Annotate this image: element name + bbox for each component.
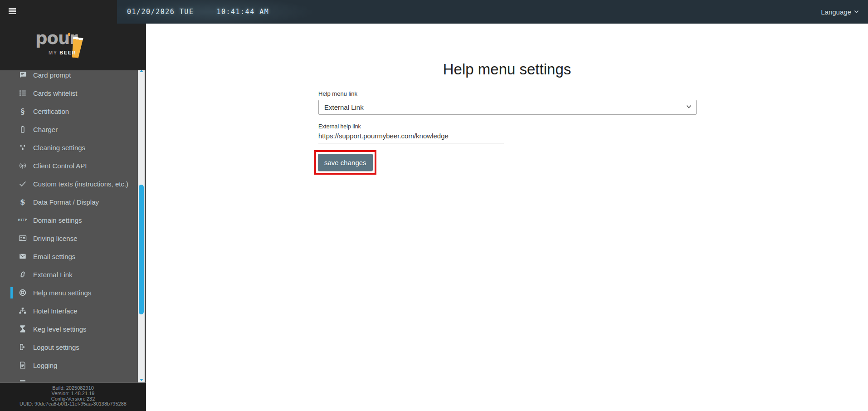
sidebar-item-label: Email settings: [33, 253, 75, 260]
page-title: Help menu settings: [146, 61, 868, 78]
battery-icon: [19, 125, 27, 133]
sitemap-icon: [19, 307, 27, 315]
sidebar-item-certification[interactable]: § Certification: [0, 102, 136, 120]
pourmybeer-logo: pour MY BEER: [35, 30, 94, 62]
sidebar-item-driving-license[interactable]: Driving license: [0, 229, 136, 247]
sidebar-item-domain-settings[interactable]: HTTP Domain settings: [0, 211, 136, 229]
scroll-down-arrow-icon[interactable]: [138, 377, 145, 382]
sidebar-item-external-link[interactable]: External Link: [0, 265, 136, 284]
chevron-down-icon: [686, 105, 692, 109]
partial-icon: [19, 379, 27, 382]
dollar-icon: $: [19, 198, 27, 206]
sidebar-item-email-settings[interactable]: Email settings: [0, 247, 136, 265]
water-drops-icon: [19, 143, 27, 152]
external-help-link-input[interactable]: [318, 131, 504, 143]
sidebar-item-help-menu-settings[interactable]: Help menu settings: [0, 284, 136, 302]
sidebar-item-data-format[interactable]: $ Data Format / Display: [0, 193, 136, 211]
sidebar-item-keg-level-settings[interactable]: Keg level settings: [0, 320, 136, 338]
logo-subtitle: MY BEER: [49, 50, 76, 55]
external-help-link-label: External help link: [318, 123, 697, 130]
sidebar-item-label: Charger: [33, 126, 58, 133]
sidebar-item-label: Cards whitelist: [33, 89, 78, 97]
lifebuoy-icon: [19, 289, 27, 297]
sidebar-item-label: Help menu settings: [33, 289, 91, 297]
app-root: Card prompt Cards whitelist § Certificat…: [0, 0, 868, 411]
sidebar: Card prompt Cards whitelist § Certificat…: [0, 0, 146, 411]
sidebar-item-label: Hotel Interface: [33, 307, 78, 315]
sidebar-item-card-prompt[interactable]: Card prompt: [0, 70, 136, 84]
sidebar-item-label: Logout settings: [33, 343, 79, 351]
sidebar-item-label: Client Control API: [33, 162, 87, 170]
list-icon: [19, 89, 27, 97]
sidebar-item-partial[interactable]: [0, 374, 136, 382]
link-icon: [19, 270, 27, 279]
envelope-icon: [19, 252, 27, 260]
sidebar-scrollbar[interactable]: [138, 68, 145, 382]
language-label: Language: [821, 8, 851, 16]
save-button-highlight: save changes: [314, 150, 376, 175]
sidebar-item-label: Data Format / Display: [33, 198, 99, 206]
message-icon: [19, 71, 27, 79]
hourglass-icon: [19, 325, 27, 333]
sidebar-item-label: Custom texts (instructions, etc.): [33, 180, 128, 188]
scrollbar-thumb[interactable]: [139, 185, 144, 314]
sidebar-item-label: Keg level settings: [33, 325, 87, 333]
active-indicator: [10, 287, 13, 298]
help-menu-form: Help menu link External Link External he…: [318, 90, 697, 175]
main-content: Help menu settings Help menu link Extern…: [146, 24, 868, 411]
id-card-icon: [19, 234, 27, 242]
sidebar-item-charger[interactable]: Charger: [0, 120, 136, 138]
logo-word: pour: [35, 29, 78, 48]
version-info: Version: 1.48.21.19: [0, 391, 146, 396]
chevron-down-icon: [854, 10, 859, 14]
select-value: External Link: [324, 103, 364, 111]
http-icon: HTTP: [19, 216, 27, 224]
logout-icon: [19, 343, 27, 351]
check-icon: [19, 180, 27, 188]
sidebar-item-logging[interactable]: Logging: [0, 356, 136, 374]
sidebar-item-cards-whitelist[interactable]: Cards whitelist: [0, 84, 136, 102]
uuid-info: UUID: 90de7ca8-b0f1-11ef-95aa-30138b7952…: [0, 401, 146, 407]
datetime-display: 01/20/2026 TUE10:41:44 AM: [127, 8, 269, 16]
sidebar-footer: Build: 2025082910 Version: 1.48.21.19 Co…: [0, 382, 146, 411]
section-sign-icon: §: [19, 107, 27, 115]
sidebar-nav: Card prompt Cards whitelist § Certificat…: [0, 70, 136, 382]
document-icon: [19, 361, 27, 369]
sidebar-item-label: Logging: [33, 362, 57, 369]
save-changes-button[interactable]: save changes: [318, 154, 373, 171]
sidebar-item-logout-settings[interactable]: Logout settings: [0, 338, 136, 356]
help-menu-link-label: Help menu link: [318, 90, 697, 97]
sidebar-item-custom-texts[interactable]: Custom texts (instructions, etc.): [0, 175, 136, 193]
sidebar-item-cleaning-settings[interactable]: Cleaning settings: [0, 138, 136, 157]
top-bar: 01/20/2026 TUE10:41:44 AM Language: [117, 0, 868, 24]
time-text: 10:41:44 AM: [216, 8, 269, 16]
sidebar-item-client-control-api[interactable]: Client Control API: [0, 157, 136, 175]
help-menu-link-select[interactable]: External Link: [318, 100, 697, 115]
sidebar-item-label: Domain settings: [33, 216, 82, 224]
hamburger-menu-icon[interactable]: [9, 8, 16, 14]
language-dropdown[interactable]: Language: [821, 0, 859, 24]
sidebar-item-label: External Link: [33, 271, 73, 279]
sidebar-item-label: Certification: [33, 108, 69, 115]
sidebar-item-hotel-interface[interactable]: Hotel Interface: [0, 302, 136, 320]
date-text: 01/20/2026 TUE: [127, 8, 194, 16]
access-point-icon: [19, 161, 27, 170]
logo-drop-icon: [68, 33, 70, 36]
sidebar-item-label: Card prompt: [33, 71, 71, 79]
sidebar-item-label: Driving license: [33, 235, 78, 242]
sidebar-item-label: Cleaning settings: [33, 144, 85, 152]
